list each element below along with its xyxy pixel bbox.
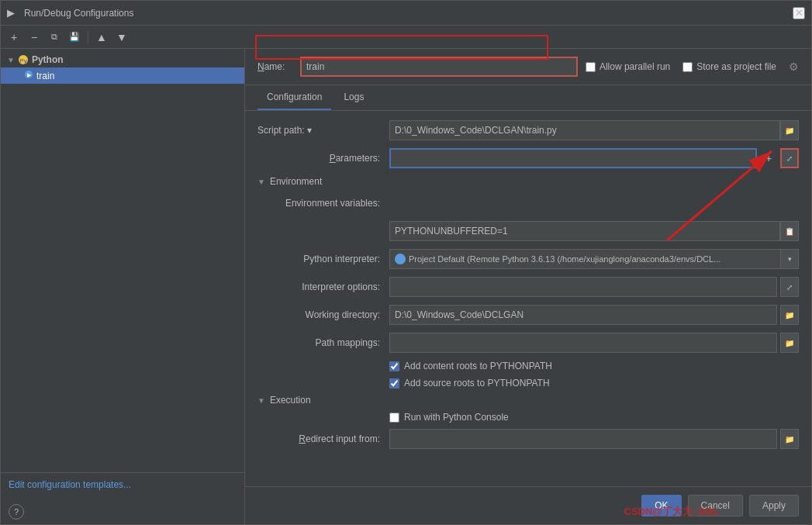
train-config-label: train (36, 71, 54, 81)
add-source-roots-label[interactable]: Add source roots to PYTHONPATH (404, 378, 550, 389)
python-group[interactable]: ▼ Py Python (1, 52, 244, 67)
tab-logs[interactable]: Logs (334, 85, 373, 110)
dialog-footer: OK Cancel Apply (245, 486, 811, 524)
cancel-button[interactable]: Cancel (688, 495, 743, 516)
edit-templates-link[interactable]: Edit configuration templates... (9, 479, 131, 490)
script-path-dropdown-trigger[interactable]: Script path: ▾ (257, 125, 380, 136)
script-path-field: 📁 (389, 120, 799, 140)
parameters-row: Parameters: + ⤢ (257, 148, 799, 168)
env-vars-value-row: 📋 (257, 221, 799, 241)
config-panel: Script path: ▾ 📁 (245, 111, 811, 486)
env-browse-icon: 📋 (785, 227, 794, 236)
python-console-row: Run with Python Console (257, 412, 799, 423)
move-down-button[interactable]: ▼ (113, 29, 130, 46)
redirect-input-field: 📁 (389, 429, 799, 449)
close-button[interactable]: ✕ (793, 7, 805, 19)
move-up-button[interactable]: ▲ (93, 29, 110, 46)
path-mappings-field: 📁 (389, 333, 799, 353)
python-icon: Py (18, 54, 29, 65)
execution-arrow[interactable]: ▼ (257, 396, 265, 405)
allow-parallel-checkbox-row[interactable]: Allow parallel run (586, 61, 670, 72)
path-mappings-label: Path mappings: (257, 337, 389, 348)
add-content-roots-row: Add content roots to PYTHONPATH (257, 361, 799, 371)
path-mappings-browse-button[interactable]: 📁 (780, 333, 799, 353)
working-dir-browse-button[interactable]: 📁 (780, 305, 799, 325)
help-button[interactable]: ? (9, 504, 24, 520)
expand-icon2: ⤢ (786, 283, 793, 292)
move-down-icon: ▼ (116, 31, 127, 43)
sidebar: ▼ Py Python ▶ (1, 49, 245, 524)
project-file-gear-button[interactable]: ⚙ (789, 60, 799, 73)
interpreter-globe-icon (395, 254, 406, 264)
execution-section-header: ▼ Execution (257, 395, 799, 406)
add-content-roots-checkbox[interactable] (389, 361, 399, 371)
apply-button[interactable]: Apply (749, 495, 799, 516)
parameters-expand-button[interactable]: ⤢ (780, 148, 799, 168)
move-up-icon: ▲ (96, 31, 107, 43)
python-interpreter-field: Project Default (Remote Python 3.6.13 (/… (389, 249, 799, 269)
python-group-label: Python (32, 54, 64, 65)
working-dir-input[interactable] (389, 305, 777, 325)
save-icon: 💾 (69, 32, 80, 42)
folder-icon: 📁 (785, 126, 794, 135)
redirect-input-input[interactable] (389, 429, 777, 449)
path-mappings-input[interactable] (389, 333, 777, 353)
name-input[interactable] (300, 57, 578, 77)
save-config-button[interactable]: 💾 (66, 29, 83, 46)
redirect-folder-icon: 📁 (785, 435, 794, 444)
remove-config-button[interactable]: − (26, 29, 43, 46)
python-interpreter-text: Project Default (Remote Python 3.6.13 (/… (389, 249, 780, 269)
python-console-label[interactable]: Run with Python Console (404, 412, 509, 423)
working-dir-label: Working directory: (257, 309, 389, 320)
main-panel: Name: Allow parallel run Store as projec… (245, 49, 811, 524)
working-dir-row: Working directory: 📁 (257, 305, 799, 325)
store-project-checkbox[interactable] (682, 62, 693, 72)
allow-parallel-label: Allow parallel run (599, 61, 670, 72)
interpreter-dropdown-button[interactable]: ▾ (780, 249, 799, 269)
working-dir-folder-icon: 📁 (785, 311, 794, 319)
add-source-roots-checkbox[interactable] (389, 378, 399, 389)
interpreter-options-input[interactable] (389, 277, 777, 297)
name-row: Name: Allow parallel run Store as projec… (245, 49, 811, 85)
script-path-dropdown-arrow: ▾ (307, 125, 312, 136)
copy-config-button[interactable]: ⧉ (46, 29, 63, 46)
add-icon: + (11, 31, 17, 43)
redirect-input-browse-button[interactable]: 📁 (780, 429, 799, 449)
redirect-input-row: Redirect input from: 📁 (257, 429, 799, 449)
interpreter-options-row: Interpreter options: ⤢ (257, 277, 799, 297)
minus-icon: − (31, 31, 37, 43)
working-dir-field: 📁 (389, 305, 799, 325)
tab-configuration[interactable]: Configuration (257, 85, 331, 110)
python-interpreter-label: Python interpreter: (257, 254, 389, 264)
script-path-input[interactable] (389, 120, 780, 140)
interpreter-options-expand-button[interactable]: ⤢ (780, 277, 799, 297)
path-mappings-icon: 📁 (785, 339, 794, 347)
allow-parallel-checkbox[interactable] (586, 62, 596, 72)
env-vars-input[interactable] (389, 221, 780, 241)
title-bar: ▶ Run/Debug Configurations ✕ (1, 1, 811, 26)
add-config-button[interactable]: + (5, 29, 22, 46)
parameters-input[interactable] (389, 148, 757, 168)
train-config-item[interactable]: ▶ train (1, 67, 244, 84)
store-project-checkbox-row[interactable]: Store as project file (682, 61, 776, 72)
name-options: Allow parallel run Store as project file… (586, 60, 799, 73)
ok-button[interactable]: OK (641, 495, 681, 516)
environment-arrow[interactable]: ▼ (257, 178, 265, 186)
python-console-checkbox[interactable] (389, 413, 399, 423)
toolbar-separator (88, 31, 88, 43)
parameters-plus-button[interactable]: + (760, 148, 777, 168)
copy-icon: ⧉ (51, 32, 57, 42)
env-vars-browse-button[interactable]: 📋 (780, 221, 799, 241)
interpreter-value: Project Default (Remote Python 3.6.13 (/… (409, 254, 720, 264)
add-content-roots-label[interactable]: Add content roots to PYTHONPATH (404, 361, 552, 371)
tabs-row: Configuration Logs (245, 85, 811, 111)
add-source-roots-row: Add source roots to PYTHONPATH (257, 378, 799, 389)
interpreter-options-field: ⤢ (389, 277, 799, 297)
parameters-label: Parameters: (257, 153, 389, 164)
script-path-label: Script path: ▾ (257, 125, 389, 136)
env-vars-row: Environment variables: (257, 193, 799, 213)
script-path-browse-button[interactable]: 📁 (780, 120, 799, 140)
config-tree: ▼ Py Python ▶ (1, 49, 244, 264)
path-mappings-row: Path mappings: 📁 (257, 333, 799, 353)
redirect-input-label: Redirect input from: (257, 433, 389, 444)
